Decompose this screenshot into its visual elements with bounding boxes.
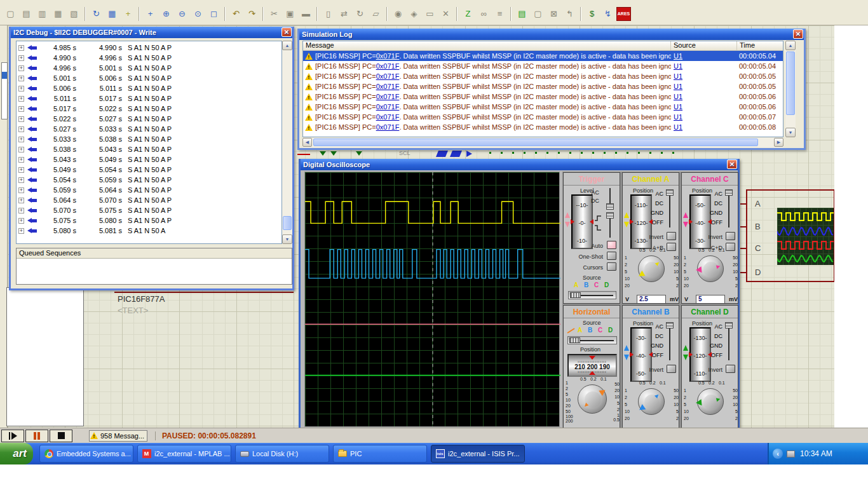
log-row[interactable]: [PIC16 MSSP] PC=0x071F. Data written SSP… xyxy=(303,71,783,81)
tray-chevron-icon[interactable]: ‹ xyxy=(773,449,783,459)
block-rotate-icon[interactable]: ↻ xyxy=(353,7,367,21)
source-link[interactable]: U1 xyxy=(674,83,682,90)
simlog-hscrollbar[interactable]: ◀ ▶ xyxy=(302,138,783,147)
zoom-in-icon[interactable]: ⊕ xyxy=(159,7,173,21)
taskbar-task-disk[interactable]: Local Disk (H:) xyxy=(235,445,329,463)
position-arrows[interactable] xyxy=(683,345,689,360)
horizontal-position-gauge[interactable]: ııııııııııııııııı 210 200 190 ıııııııııı… xyxy=(567,354,617,377)
object-selector[interactable] xyxy=(6,287,84,426)
invert-button[interactable] xyxy=(726,365,735,373)
expand-icon[interactable]: + xyxy=(18,177,24,183)
copy-icon[interactable]: ▣ xyxy=(283,7,297,21)
i2c-row[interactable]: +5.080 s5.081 sS A1 N 50 A xyxy=(17,226,281,236)
expand-icon[interactable]: + xyxy=(18,157,24,163)
i2c-row[interactable]: +5.001 s5.006 sS A1 N 50 A P xyxy=(17,73,281,83)
log-row[interactable]: [PIC16 MSSP] PC=0x071F. Data written SSP… xyxy=(303,81,783,92)
expand-icon[interactable]: + xyxy=(18,116,24,122)
i2c-scrollbar[interactable]: ▲ ▼ xyxy=(282,41,292,244)
pc-link[interactable]: 0x071F xyxy=(376,83,400,90)
pc-link[interactable]: 0x071F xyxy=(376,72,400,80)
col-message[interactable]: Message xyxy=(303,41,671,50)
expand-icon[interactable]: + xyxy=(18,96,24,102)
print-icon[interactable]: ▦ xyxy=(51,7,65,21)
source-link[interactable]: U1 xyxy=(674,113,682,121)
grid-icon[interactable]: ▦ xyxy=(105,7,119,21)
i2c-row[interactable]: +5.033 s5.038 sS A1 N 50 A P xyxy=(17,134,281,144)
search-tag-icon[interactable]: ∞ xyxy=(477,7,491,21)
i2c-row[interactable]: +5.038 s5.043 sS A1 N 50 A P xyxy=(17,144,281,154)
source-link[interactable]: U1 xyxy=(674,62,682,70)
close-icon[interactable]: ✕ xyxy=(727,159,737,169)
design-explorer-icon[interactable]: ▤ xyxy=(515,7,529,21)
taskbar-task-isis[interactable]: isisi2c_external - ISIS Pr... xyxy=(431,445,525,463)
i2c-row[interactable]: +5.049 s5.054 sS A1 N 50 A P xyxy=(17,165,281,175)
refresh-icon[interactable]: ↻ xyxy=(89,7,104,21)
i2c-row[interactable]: +4.990 s4.996 sS A1 N 50 A P xyxy=(17,53,281,63)
scroll-thumb[interactable] xyxy=(786,51,795,115)
horizontal-source-slider[interactable] xyxy=(567,336,617,344)
i2c-row[interactable]: +5.059 s5.064 sS A1 N 50 A P xyxy=(17,185,281,195)
play-button[interactable] xyxy=(1,430,24,442)
make-device-icon[interactable]: ◈ xyxy=(407,7,421,21)
zoom-area-icon[interactable]: ◻ xyxy=(207,7,221,21)
close-icon[interactable]: ✕ xyxy=(793,29,803,39)
scroll-down-icon[interactable]: ▼ xyxy=(785,128,796,137)
knob-dial[interactable] xyxy=(638,255,665,282)
expand-icon[interactable]: + xyxy=(18,65,24,71)
origin-icon[interactable]: + xyxy=(121,7,135,21)
print-area-icon[interactable]: ▧ xyxy=(67,7,81,21)
coupling-slider[interactable] xyxy=(724,189,733,227)
expand-icon[interactable]: + xyxy=(18,208,24,214)
pc-link[interactable]: 0x071F xyxy=(376,123,400,131)
expand-icon[interactable]: + xyxy=(18,167,24,173)
trigger-coupling-slider[interactable] xyxy=(606,188,614,210)
block-delete-icon[interactable]: ▱ xyxy=(369,7,383,21)
log-row[interactable]: [PIC16 MSSP] PC=0x071F. Data written SSP… xyxy=(303,122,783,132)
source-link[interactable]: U1 xyxy=(674,72,682,80)
scale-value[interactable]: 5 xyxy=(696,295,725,304)
log-row[interactable]: [PIC16 MSSP] PC=0x071F. Data written SSP… xyxy=(303,61,783,71)
i2c-row[interactable]: +5.054 s5.059 sS A1 N 50 A P xyxy=(17,175,281,185)
cut-icon[interactable]: ✂ xyxy=(267,7,281,21)
i2c-row[interactable]: +5.022 s5.027 sS A1 N 50 A P xyxy=(17,114,281,124)
device-list-sliver[interactable] xyxy=(1,62,8,119)
source-link[interactable]: U1 xyxy=(674,103,682,111)
expand-icon[interactable]: + xyxy=(18,86,24,92)
source-link[interactable]: U1 xyxy=(674,93,682,100)
erc-icon[interactable]: ↯ xyxy=(600,7,615,21)
col-source[interactable]: Source xyxy=(671,41,737,50)
cursors-button[interactable] xyxy=(607,262,616,271)
expand-icon[interactable]: + xyxy=(18,187,24,193)
trigger-source-slider[interactable] xyxy=(568,291,616,299)
expand-icon[interactable]: + xyxy=(18,198,24,203)
coupling-slider[interactable] xyxy=(665,189,674,227)
i2c-sequence-list[interactable]: +4.985 s4.990 sS A1 N 50 A P+4.990 s4.99… xyxy=(16,41,282,244)
ares-icon[interactable]: ARES xyxy=(616,7,631,21)
i2c-row[interactable]: +5.043 s5.049 sS A1 N 50 A P xyxy=(17,154,281,165)
tray-app-icon[interactable] xyxy=(787,451,795,458)
position-arrows[interactable] xyxy=(624,345,630,360)
simlog-vscrollbar[interactable]: ▲ ▼ xyxy=(785,41,796,137)
pc-link[interactable]: 0x071F xyxy=(376,113,400,121)
auto-button[interactable] xyxy=(607,241,616,249)
coupling-slider[interactable] xyxy=(665,322,674,360)
i2c-row[interactable]: +5.070 s5.075 sS A1 N 50 A P xyxy=(17,205,281,215)
start-button[interactable]: art xyxy=(0,443,33,464)
source-link[interactable]: U1 xyxy=(674,52,682,60)
property-tool-icon[interactable]: ≡ xyxy=(492,7,507,21)
position-arrows[interactable] xyxy=(624,212,630,227)
undo-icon[interactable]: ↶ xyxy=(229,7,243,21)
scroll-up-icon[interactable]: ▲ xyxy=(282,41,292,50)
exit-to-parent-icon[interactable]: ↰ xyxy=(562,7,577,21)
invert-button[interactable] xyxy=(726,232,735,240)
paste-icon[interactable]: ▬ xyxy=(299,7,313,21)
i2c-row[interactable]: +5.027 s5.033 sS A1 N 50 A P xyxy=(17,124,281,134)
pan-icon[interactable]: + xyxy=(143,7,158,21)
export-icon[interactable]: ▥ xyxy=(35,7,50,21)
pc-link[interactable]: 0x071F xyxy=(376,93,400,100)
scale-value[interactable]: 2.5 xyxy=(637,295,666,304)
zoom-out-icon[interactable]: ⊖ xyxy=(175,7,189,21)
position-arrows[interactable] xyxy=(683,212,689,227)
redo-icon[interactable]: ↷ xyxy=(245,7,259,21)
expand-icon[interactable]: + xyxy=(18,126,24,132)
